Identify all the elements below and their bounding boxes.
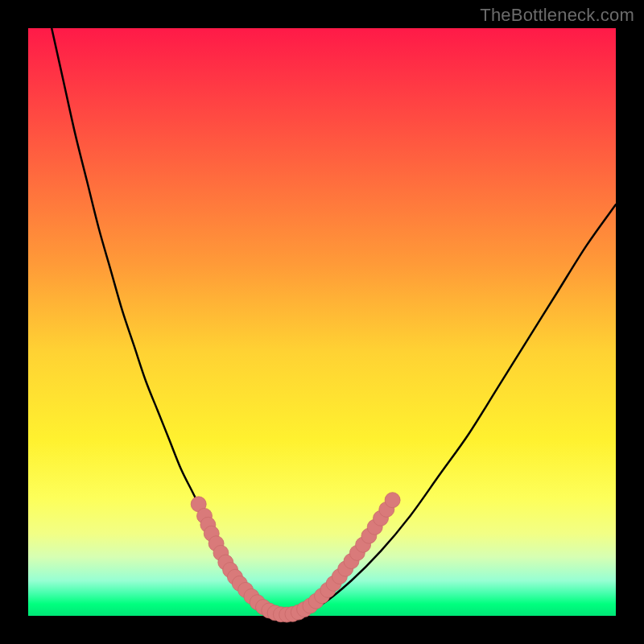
curve-markers [191,493,400,622]
chart-frame: TheBottleneck.com [0,0,644,644]
watermark-text: TheBottleneck.com [480,5,634,26]
curve-marker [385,493,400,508]
bottleneck-curve [52,28,616,615]
chart-plot-area [28,28,616,616]
chart-svg [28,28,616,616]
